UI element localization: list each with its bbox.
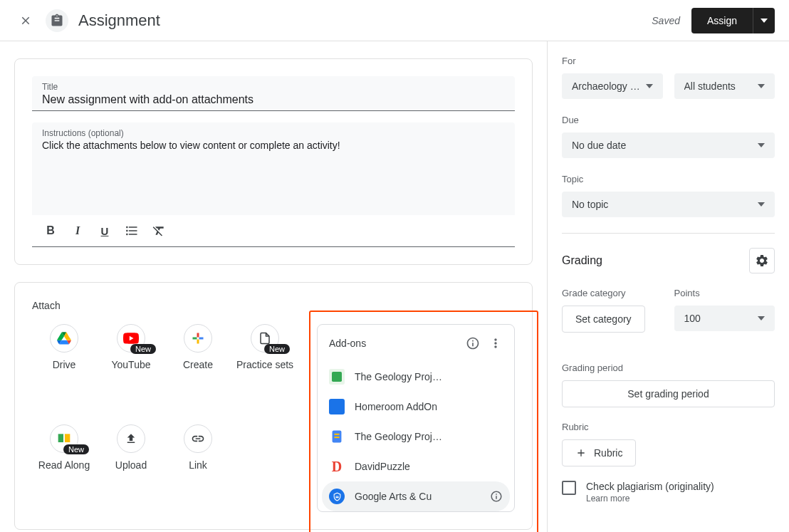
addon-item[interactable]: D DavidPuzzle xyxy=(318,452,514,481)
addons-title: Add-ons xyxy=(329,338,461,349)
link-icon xyxy=(191,435,205,442)
attach-read-along-label: Read Along xyxy=(38,459,90,471)
attach-create-label: Create xyxy=(183,358,213,371)
page-title: Assignment xyxy=(78,11,160,30)
title-field[interactable]: Title New assignment with add-on attachm… xyxy=(32,76,515,111)
addon-icon: D xyxy=(329,459,345,474)
close-button[interactable] xyxy=(14,9,37,32)
set-grading-period-button[interactable]: Set grading period xyxy=(562,380,775,407)
new-badge: New xyxy=(264,344,290,354)
addon-item[interactable]: The Geology Proj… xyxy=(318,362,514,392)
addon-icon xyxy=(329,429,345,444)
addons-panel: Add-ons The Geology Proj… xyxy=(317,324,515,512)
students-value: All students xyxy=(684,80,736,92)
addon-item[interactable]: Homeroom AddOn xyxy=(318,392,514,422)
underline-button[interactable]: U xyxy=(96,222,113,239)
attach-practice-sets[interactable]: New Practice sets xyxy=(233,324,297,412)
addon-item[interactable]: Google Arts & Cu xyxy=(322,481,510,511)
attach-link-label: Link xyxy=(189,459,207,471)
instructions-field[interactable]: Instructions (optional) Click the attach… xyxy=(32,122,515,215)
clear-format-button[interactable] xyxy=(150,222,167,239)
attach-link[interactable]: Link xyxy=(166,424,230,512)
attach-upload[interactable]: Upload xyxy=(99,424,163,512)
addons-more-button[interactable] xyxy=(484,332,507,355)
addon-icon xyxy=(329,399,345,414)
list-icon xyxy=(125,224,139,238)
plagiarism-label: Check plagiarism (originality) xyxy=(586,481,714,492)
more-vert-icon xyxy=(488,336,503,350)
list-button[interactable] xyxy=(123,222,140,239)
grading-period-label: Grading period xyxy=(562,363,775,373)
new-badge: New xyxy=(130,344,156,354)
grade-category-label: Grade category xyxy=(562,288,663,298)
students-selector[interactable]: All students xyxy=(674,73,775,99)
info-icon xyxy=(466,336,480,350)
underline-icon: U xyxy=(101,225,109,237)
rubric-button[interactable]: Rubric xyxy=(562,439,636,466)
chevron-down-icon xyxy=(646,84,653,88)
create-icon xyxy=(192,332,204,345)
drive-icon xyxy=(57,332,71,345)
chevron-down-icon xyxy=(761,19,768,23)
attach-drive[interactable]: Drive xyxy=(32,324,96,412)
class-value: Archaeology … xyxy=(572,80,640,92)
points-selector[interactable]: 100 xyxy=(674,306,775,331)
due-label: Due xyxy=(562,115,775,125)
bold-icon: B xyxy=(46,224,55,237)
for-label: For xyxy=(562,56,775,66)
read-along-icon xyxy=(57,432,71,445)
youtube-icon xyxy=(123,333,139,344)
plagiarism-checkbox[interactable] xyxy=(562,481,576,495)
rubric-button-label: Rubric xyxy=(594,447,622,459)
learn-more-link[interactable]: Learn more xyxy=(586,494,714,504)
grading-title: Grading xyxy=(562,254,602,267)
gear-icon xyxy=(755,254,769,268)
sidebar: For Archaeology … All students Due No du… xyxy=(547,41,789,532)
italic-button[interactable]: I xyxy=(69,222,86,239)
italic-icon: I xyxy=(75,224,80,237)
upload-icon xyxy=(125,432,137,445)
points-value: 100 xyxy=(684,313,701,324)
divider xyxy=(562,233,775,234)
close-icon xyxy=(19,14,32,27)
attach-read-along[interactable]: New Read Along xyxy=(32,424,96,512)
addon-item[interactable]: The Geology Proj… xyxy=(318,422,514,452)
title-label: Title xyxy=(42,82,505,92)
chevron-down-icon xyxy=(758,84,765,88)
class-selector[interactable]: Archaeology … xyxy=(562,73,663,99)
topic-selector[interactable]: No topic xyxy=(562,192,775,217)
addon-icon xyxy=(329,369,345,385)
addon-label: Google Arts & Cu xyxy=(355,491,480,502)
content-card: Title New assignment with add-on attachm… xyxy=(14,58,533,265)
clear-format-icon xyxy=(152,224,166,238)
set-category-button[interactable]: Set category xyxy=(562,306,645,333)
topic-value: No topic xyxy=(572,199,608,210)
main-panel: Title New assignment with add-on attachm… xyxy=(0,41,547,532)
new-badge: New xyxy=(63,444,89,454)
plus-icon xyxy=(575,447,587,459)
assign-button[interactable]: Assign xyxy=(691,8,753,33)
chevron-down-icon xyxy=(758,316,765,320)
addon-label: Homeroom AddOn xyxy=(355,401,503,412)
attach-youtube[interactable]: New YouTube xyxy=(99,324,163,412)
grading-settings-button[interactable] xyxy=(749,248,775,273)
attach-create[interactable]: Create xyxy=(166,324,230,412)
title-value: New assignment with add-on attachments xyxy=(42,93,505,106)
attach-grid: Drive New YouTube Create New Practi xyxy=(32,324,297,512)
attach-card: Attach Drive New YouTube Create xyxy=(14,282,533,530)
app-header: Assignment Saved Assign xyxy=(0,0,789,41)
assign-dropdown[interactable] xyxy=(753,8,775,33)
attach-youtube-label: YouTube xyxy=(111,358,150,371)
chevron-down-icon xyxy=(758,202,765,207)
topic-label: Topic xyxy=(562,174,775,184)
bold-button[interactable]: B xyxy=(42,222,59,239)
due-selector[interactable]: No due date xyxy=(562,132,775,158)
points-label: Points xyxy=(674,288,775,298)
attach-drive-label: Drive xyxy=(53,358,76,371)
attach-label: Attach xyxy=(32,300,515,311)
practice-sets-icon xyxy=(258,331,271,345)
attach-upload-label: Upload xyxy=(115,459,147,471)
addons-info-button[interactable] xyxy=(461,332,484,355)
addon-icon xyxy=(329,489,345,504)
instructions-value: Click the attachments below to view cont… xyxy=(42,140,505,151)
